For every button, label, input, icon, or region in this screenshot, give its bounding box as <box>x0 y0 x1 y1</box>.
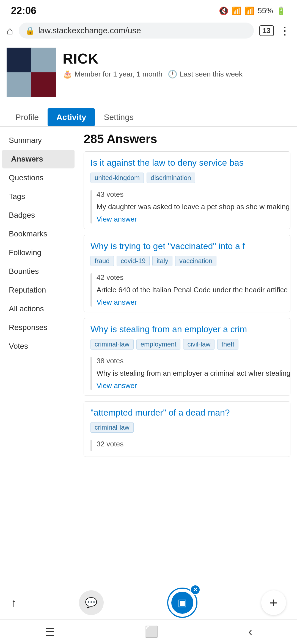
url-bar[interactable]: 🔒 law.stackexchange.com/use <box>19 23 254 39</box>
vote-count: 32 votes <box>97 440 284 448</box>
vote-bar <box>90 440 92 451</box>
status-bar: 22:06 🔇 📶 📶 55% 🔋 <box>0 0 297 19</box>
tab-activity[interactable]: Activity <box>48 108 95 126</box>
view-answer-link[interactable]: View answer <box>97 381 290 390</box>
tag[interactable]: criminal-law <box>90 339 134 350</box>
answer-body: 38 votes Why is stealing from an employe… <box>90 354 284 390</box>
view-answer-link[interactable]: View answer <box>97 298 290 307</box>
sidebar-item-all-actions[interactable]: All actions <box>0 299 77 318</box>
answer-card: Is it against the law to deny service ba… <box>84 151 290 229</box>
avatar-cell-4 <box>31 72 56 97</box>
sidebar-item-questions[interactable]: Questions <box>0 168 77 187</box>
card-excerpt: Article 640 of the Italian Penal Code un… <box>97 285 290 295</box>
answer-body: 42 votes Article 640 of the Italian Pena… <box>90 271 284 307</box>
tab-count-button[interactable]: 13 <box>259 25 274 36</box>
answers-count: 285 Answers <box>84 132 290 146</box>
answer-tags: united-kingdom discrimination <box>90 173 284 183</box>
answers-content: 285 Answers Is it against the law to den… <box>77 127 297 468</box>
battery-text: 55% <box>258 6 273 15</box>
profile-info: RICK 🎂 Member for 1 year, 1 month 🕐 Last… <box>63 48 243 79</box>
sidebar-item-badges[interactable]: Badges <box>0 206 77 225</box>
answer-card: "attempted murder" of a dead man? crimin… <box>84 401 290 457</box>
answer-title[interactable]: "attempted murder" of a dead man? <box>90 407 284 419</box>
vote-count: 38 votes <box>97 357 290 365</box>
status-time: 22:06 <box>11 5 36 17</box>
answer-body: 43 votes My daughter was asked to leave … <box>90 187 284 223</box>
last-seen-text: Last seen this week <box>180 70 242 78</box>
avatar-cell-2 <box>31 48 56 72</box>
answer-body: 32 votes <box>90 437 284 451</box>
profile-meta: 🎂 Member for 1 year, 1 month 🕐 Last seen… <box>63 70 243 79</box>
clock-icon: 🕐 <box>168 70 177 79</box>
tab-settings[interactable]: Settings <box>95 108 142 126</box>
tag[interactable]: criminal-law <box>90 422 134 433</box>
card-text-area: 38 votes Why is stealing from an employe… <box>97 357 290 390</box>
member-icon: 🎂 <box>63 70 72 79</box>
answer-card: Why is stealing from an employer a crim … <box>84 318 290 396</box>
view-answer-link[interactable]: View answer <box>97 215 290 223</box>
browser-bar: ⌂ 🔒 law.stackexchange.com/use 13 ⋮ <box>0 19 297 42</box>
tag[interactable]: united-kingdom <box>90 173 144 183</box>
card-excerpt: My daughter was asked to leave a pet sho… <box>97 201 290 212</box>
main-content: Summary Answers Questions Tags Badges Bo… <box>0 127 297 468</box>
tag[interactable]: civil-law <box>183 339 215 350</box>
avatar-cell-3 <box>7 72 31 97</box>
browser-menu-icon[interactable]: ⋮ <box>279 24 290 37</box>
answer-card: Why is trying to get "vaccinated" into a… <box>84 235 290 313</box>
tag[interactable]: italy <box>152 256 172 266</box>
sidebar-item-responses[interactable]: Responses <box>0 318 77 337</box>
tab-profile[interactable]: Profile <box>7 108 48 126</box>
sidebar-item-summary[interactable]: Summary <box>0 131 77 150</box>
vote-count: 43 votes <box>97 190 290 199</box>
vote-bar <box>90 273 92 307</box>
card-text-area: 42 votes Article 640 of the Italian Pena… <box>97 273 290 307</box>
card-excerpt: Why is stealing from an employer a crimi… <box>97 368 290 379</box>
home-icon[interactable]: ⌂ <box>7 24 13 37</box>
card-text-area: 43 votes My daughter was asked to leave … <box>97 190 290 223</box>
url-text: law.stackexchange.com/use <box>38 26 247 35</box>
answer-tags: criminal-law employment civil-law theft <box>90 339 284 350</box>
answer-tags: fraud covid-19 italy vaccination <box>90 256 284 266</box>
vote-count: 42 votes <box>97 273 290 282</box>
avatar-cell-1 <box>7 48 31 72</box>
tag[interactable]: covid-19 <box>117 256 150 266</box>
sidebar-item-bookmarks[interactable]: Bookmarks <box>0 225 77 243</box>
tag[interactable]: discrimination <box>147 173 195 183</box>
tag[interactable]: theft <box>217 339 238 350</box>
profile-name: RICK <box>63 50 243 67</box>
wifi-icon: 📶 <box>232 6 241 15</box>
status-icons: 🔇 📶 📶 55% 🔋 <box>219 6 286 15</box>
sidebar: Summary Answers Questions Tags Badges Bo… <box>0 127 77 468</box>
profile-header: RICK 🎂 Member for 1 year, 1 month 🕐 Last… <box>0 42 297 103</box>
vote-bar <box>90 357 92 390</box>
sidebar-item-bounties[interactable]: Bounties <box>0 262 77 281</box>
tag[interactable]: vaccination <box>175 256 216 266</box>
last-seen: 🕐 Last seen this week <box>168 70 242 79</box>
tabs: Profile Activity Settings <box>0 103 297 127</box>
answer-title[interactable]: Why is trying to get "vaccinated" into a… <box>90 241 284 252</box>
answer-title[interactable]: Is it against the law to deny service ba… <box>90 157 284 169</box>
tag[interactable]: fraud <box>90 256 114 266</box>
answer-title[interactable]: Why is stealing from an employer a crim <box>90 324 284 335</box>
card-text-area: 32 votes <box>97 440 284 451</box>
tag[interactable]: employment <box>136 339 181 350</box>
sidebar-item-following[interactable]: Following <box>0 243 77 262</box>
lock-icon: 🔒 <box>25 26 35 35</box>
mute-icon: 🔇 <box>219 6 229 15</box>
battery-icon: 🔋 <box>276 6 286 15</box>
avatar <box>7 48 56 97</box>
sidebar-item-answers[interactable]: Answers <box>2 150 75 168</box>
signal-icon: 📶 <box>245 6 254 15</box>
sidebar-item-votes[interactable]: Votes <box>0 337 77 356</box>
answer-tags: criminal-law <box>90 422 284 433</box>
vote-bar <box>90 190 92 223</box>
member-since: 🎂 Member for 1 year, 1 month <box>63 70 162 79</box>
sidebar-item-reputation[interactable]: Reputation <box>0 281 77 299</box>
member-since-text: Member for 1 year, 1 month <box>75 70 162 78</box>
sidebar-item-tags[interactable]: Tags <box>0 187 77 206</box>
